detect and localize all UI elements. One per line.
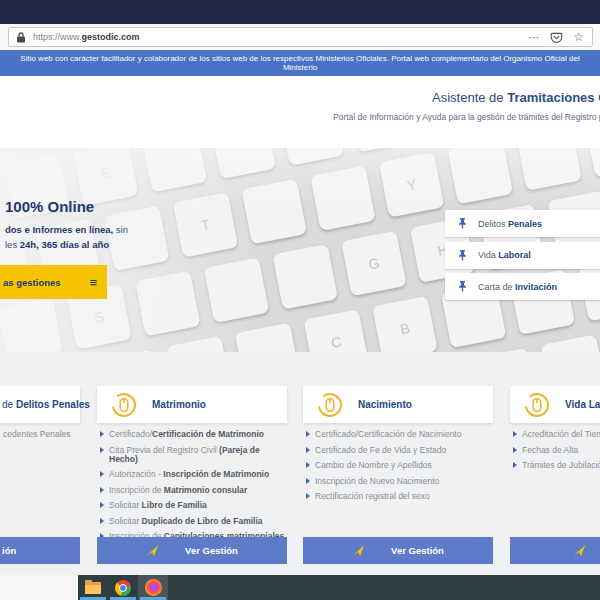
procedure-link-label: Inscripción de Nuevo Nacimiento — [315, 477, 439, 486]
procedure-link[interactable]: Solicitar Libro de Familia — [100, 501, 287, 510]
taskbar-item-firefox[interactable] — [138, 575, 168, 600]
chrome-icon — [115, 580, 131, 596]
triangle-bullet-icon — [100, 471, 104, 477]
desktop-strip — [0, 575, 78, 600]
triangle-bullet-icon — [513, 462, 517, 468]
window-titlebar — [0, 0, 600, 24]
taskbar[interactable] — [78, 575, 600, 600]
hamburger-icon: ≡ — [89, 276, 97, 289]
taskbar-item-file-manager[interactable] — [78, 575, 108, 600]
triangle-bullet-icon — [513, 431, 517, 437]
url-text[interactable]: https://www.gestodic.com — [33, 32, 140, 42]
triangle-bullet-icon — [100, 487, 104, 493]
triangle-bullet-icon — [306, 462, 310, 468]
ver-gestion-button[interactable]: Ver G — [510, 537, 600, 564]
url-bar[interactable]: https://www.gestodic.com ⋯ ☆ — [8, 27, 593, 47]
procedure-card-nacimiento: NacimientoCertificado/Certificación de N… — [303, 352, 493, 575]
procedure-link-label: Acreditación del Tiem — [522, 430, 600, 439]
procedure-link-label: Inscripción de Matrimonio consular — [109, 486, 247, 495]
screen: https://www.gestodic.com ⋯ ☆ Sitio web c… — [0, 0, 600, 600]
send-arrow-icon — [573, 544, 586, 557]
procedure-link-label: cedentes Penales — [3, 430, 71, 439]
triangle-bullet-icon — [306, 447, 310, 453]
procedure-link[interactable]: Acreditación del Tiem — [513, 430, 600, 439]
procedure-link-label: Certificado de Fe de Vida y Estado — [315, 446, 446, 455]
ver-gestion-button[interactable]: Ver Gestión — [303, 537, 493, 564]
procedure-link-label: Solicitar Libro de Familia — [109, 501, 207, 510]
procedure-link-label: Autorización - Inscripción de Matrimonio — [109, 470, 269, 479]
all-procedures-button[interactable]: as gestiones ≡ — [0, 265, 107, 299]
triangle-bullet-icon — [306, 478, 310, 484]
card-header: Vida Labora — [510, 386, 600, 423]
send-arrow-icon — [146, 544, 159, 557]
pinned-link-label: Carta de Invitación — [478, 282, 557, 292]
page-title: Asistente de Tramitaciones Onlin — [432, 90, 600, 105]
procedure-link-label: Certificado/Certificación de Nacimiento — [315, 430, 461, 439]
triangle-bullet-icon — [306, 431, 310, 437]
triangle-bullet-icon — [100, 502, 104, 508]
pushpin-icon — [457, 217, 468, 230]
page-actions-icon[interactable]: ⋯ — [528, 32, 540, 43]
card-item-list: Certificado/Certificación de MatrimonioC… — [97, 430, 287, 548]
triangle-bullet-icon — [100, 447, 104, 453]
ver-gestion-button[interactable]: ión — [0, 537, 80, 564]
mouse-circle-icon — [317, 392, 343, 418]
triangle-bullet-icon — [100, 431, 104, 437]
procedure-link-label: Cambio de Nombre y Apellidos — [315, 461, 432, 470]
procedure-link[interactable]: Rectificación registral del sexo — [306, 492, 493, 501]
page-header: Asistente de Tramitaciones Onlin Portal … — [0, 76, 600, 148]
pinned-link-label: Delitos Penales — [478, 219, 542, 229]
procedure-link[interactable]: Certificado de Fe de Vida y Estado — [306, 446, 493, 455]
procedure-link-label: Rectificación registral del sexo — [315, 492, 430, 501]
pocket-icon[interactable] — [550, 31, 563, 44]
procedure-link[interactable]: Cita Previa del Registro Civil (Pareja d… — [100, 446, 287, 464]
bookmark-star-icon[interactable]: ☆ — [573, 31, 584, 43]
send-arrow-icon — [352, 544, 365, 557]
ver-gestion-button[interactable]: Ver Gestión — [97, 537, 287, 564]
card-title: de Delitos Penales — [2, 399, 90, 410]
ver-gestion-label: Ver Gestión — [391, 545, 444, 556]
mouse-circle-icon — [111, 392, 137, 418]
procedure-link[interactable]: Certificado/Certificación de Matrimonio — [100, 430, 287, 439]
procedure-link[interactable]: Inscripción de Matrimonio consular — [100, 486, 287, 495]
pinned-link-label: Vida Laboral — [478, 250, 531, 260]
pinned-link-invitaci-n[interactable]: Carta de Invitación — [445, 273, 600, 300]
pushpin-icon — [457, 280, 468, 293]
procedure-link[interactable]: Fechas de Alta — [513, 446, 600, 455]
all-procedures-label: as gestiones — [3, 277, 61, 288]
procedure-link[interactable]: Inscripción de Nuevo Nacimiento — [306, 477, 493, 486]
procedure-link-label: Solicitar Duplicado de Libro de Familia — [109, 517, 263, 526]
triangle-bullet-icon — [306, 493, 310, 499]
notice-banner: Sitio web con carácter facilitador y col… — [0, 50, 600, 76]
procedure-link-label: Fechas de Alta — [522, 446, 578, 455]
card-item-list: Acreditación del TiemFechas de AltaTrámi… — [510, 430, 600, 477]
procedure-link[interactable]: cedentes Penales — [3, 430, 80, 439]
card-header: Nacimiento — [303, 386, 493, 423]
procedure-link-label: Trámites de Jubilació — [522, 461, 600, 470]
card-title: Nacimiento — [358, 399, 412, 410]
procedure-link[interactable]: Cambio de Nombre y Apellidos — [306, 461, 493, 470]
card-header: Matrimonio — [97, 386, 287, 423]
taskbar-item-chrome[interactable] — [108, 575, 138, 600]
hero-text: 100% Online dos e Informes en línea, sin… — [5, 198, 128, 250]
lock-icon — [16, 32, 26, 43]
hero-line-1: dos e Informes en línea, sin — [5, 224, 128, 235]
procedure-link[interactable]: Certificado/Certificación de Nacimiento — [306, 430, 493, 439]
pushpin-icon — [457, 249, 468, 262]
pinned-link-laboral[interactable]: Vida Laboral — [445, 242, 600, 269]
hero-banner: ETYSGHZCB 100% Online dos e Informes en … — [0, 148, 600, 352]
procedure-link[interactable]: Solicitar Duplicado de Libro de Familia — [100, 517, 287, 526]
card-item-list: cedentes Penales — [0, 430, 80, 446]
procedure-card-vida-labora: Vida LaboraAcreditación del TiemFechas d… — [510, 352, 600, 575]
procedure-card-delitos-penales: de Delitos Penalescedentes Penalesión — [0, 352, 80, 575]
card-header: de Delitos Penales — [0, 386, 80, 423]
procedure-link-label: Cita Previa del Registro Civil (Pareja d… — [109, 446, 287, 464]
mouse-circle-icon — [524, 392, 550, 418]
procedure-link[interactable]: Autorización - Inscripción de Matrimonio — [100, 470, 287, 479]
card-title: Matrimonio — [152, 399, 206, 410]
browser-toolbar: https://www.gestodic.com ⋯ ☆ — [0, 24, 600, 51]
procedure-link[interactable]: Trámites de Jubilació — [513, 461, 600, 470]
pinned-link-penales[interactable]: Delitos Penales — [445, 210, 600, 237]
procedure-link-label: Certificado/Certificación de Matrimonio — [109, 430, 264, 439]
firefox-icon — [145, 579, 162, 596]
